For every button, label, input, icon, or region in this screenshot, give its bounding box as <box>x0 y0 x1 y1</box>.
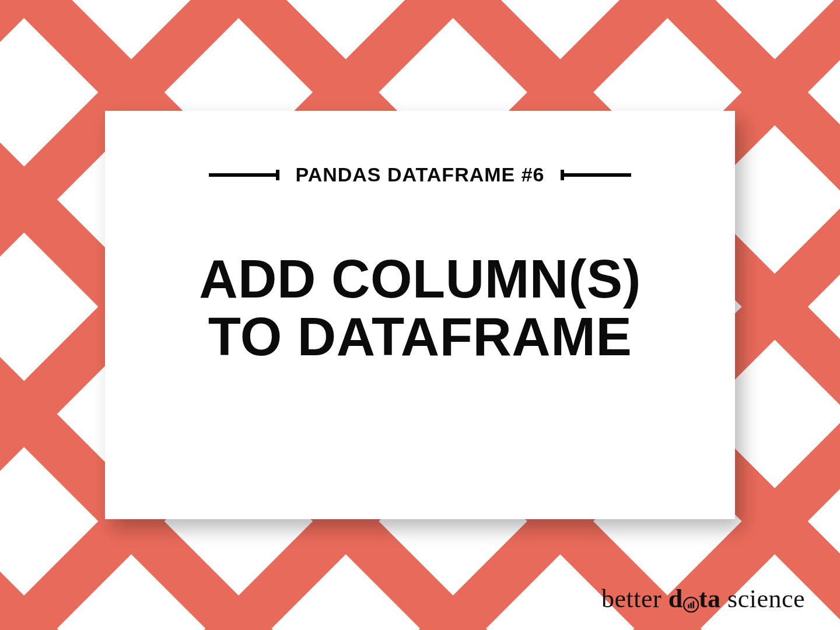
eyebrow-rule-right <box>561 173 631 177</box>
brand-word-1: better <box>601 584 662 614</box>
eyebrow-text: PANDAS DATAFRAME #6 <box>295 163 544 186</box>
brand-space-2 <box>721 584 728 614</box>
brand-space <box>662 584 668 614</box>
brand-word-2-pre: d <box>668 584 683 614</box>
brand-chart-icon: o <box>683 584 699 614</box>
brand-word-2-post: ta <box>699 584 721 614</box>
brand-word-3: science <box>727 584 805 614</box>
content-card: PANDAS DATAFRAME #6 ADD COLUMN(S) TO DAT… <box>105 111 735 519</box>
svg-rect-13 <box>692 601 694 608</box>
headline: ADD COLUMN(S) TO DATAFRAME <box>199 250 641 366</box>
eyebrow-rule-left <box>209 173 279 177</box>
title-card: PANDAS DATAFRAME #6 ADD COLUMN(S) TO DAT… <box>0 0 840 630</box>
svg-rect-12 <box>690 603 692 608</box>
eyebrow-row: PANDAS DATAFRAME #6 <box>209 163 631 186</box>
svg-rect-11 <box>688 604 690 608</box>
brand-wordmark: better d o ta science <box>601 584 805 614</box>
